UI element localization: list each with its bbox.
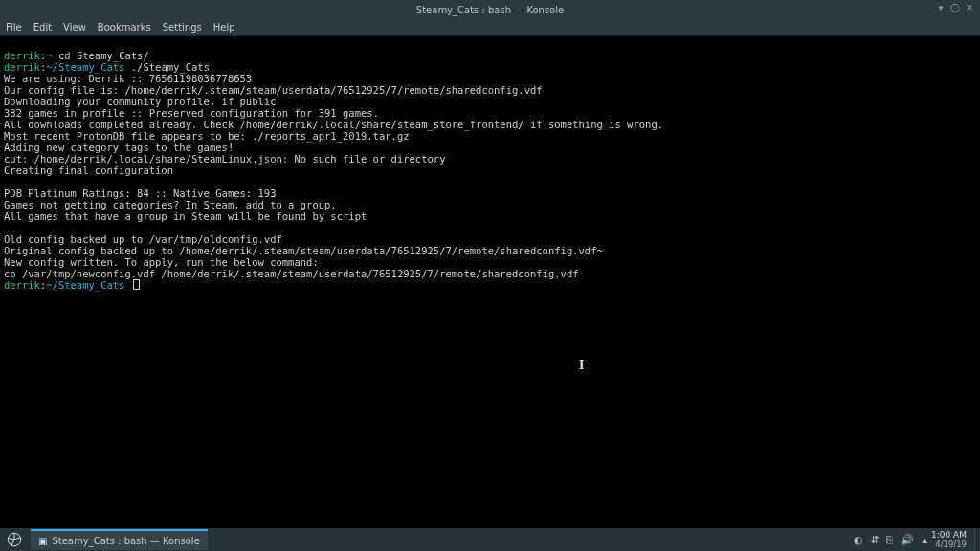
terminal-line: 382 games in profile :: Preserved config… (4, 107, 379, 119)
terminal-line: Games not getting categories? In Steam, … (4, 199, 337, 210)
menubar: File Edit View Bookmarks Settings Help (0, 19, 980, 36)
clock-date: 4/19/19 (931, 540, 967, 549)
prompt-path: ~/Steamy_Cats (46, 61, 124, 73)
menu-file[interactable]: File (6, 22, 22, 33)
window-title: Steamy_Cats : bash — Konsole (416, 5, 564, 15)
steam-icon[interactable]: ◐ (854, 534, 863, 546)
terminal-line: cp /var/tmp/newconfig.vdf /home/derrik/.… (4, 268, 579, 279)
terminal-icon: ▣ (38, 536, 47, 546)
terminal-line: We are using: Derrik :: 7656119803677865… (4, 73, 252, 84)
network-icon[interactable]: ⇵ (870, 534, 879, 546)
terminal-line: Old config backed up to /var/tmp/oldconf… (4, 233, 282, 245)
prompt-cmd: ./Steamy_Cats (131, 61, 210, 73)
text-cursor-icon: I (579, 360, 584, 371)
menu-bookmarks[interactable]: Bookmarks (98, 22, 151, 33)
tray-expand-icon[interactable]: ▴ (922, 534, 927, 546)
terminal-cursor (133, 279, 140, 290)
window-controls: ▾ ◯ ✕ (936, 3, 974, 12)
prompt-user: derrik (4, 50, 40, 61)
terminal-line: Most recent ProtonDB file appears to be:… (4, 130, 410, 142)
volume-icon[interactable]: 🔊 (901, 534, 914, 546)
menu-help[interactable]: Help (213, 22, 235, 33)
terminal-line: All games that have a group in Steam wil… (4, 210, 367, 222)
terminal-line: Creating final configuration (4, 165, 173, 176)
taskbar-task-konsole[interactable]: ▣ Steamy_Cats : bash — Konsole (31, 529, 208, 550)
window-titlebar: Steamy_Cats : bash — Konsole ▾ ◯ ✕ (0, 0, 980, 19)
maximize-icon[interactable]: ◯ (950, 3, 960, 12)
menu-edit[interactable]: Edit (33, 22, 52, 33)
menu-settings[interactable]: Settings (163, 22, 202, 33)
prompt-path: ~/Steamy_Cats (46, 279, 124, 291)
terminal-line: Adding new category tags to the games! (4, 142, 234, 153)
show-desktop-button[interactable] (974, 528, 980, 551)
minimize-icon[interactable]: ▾ (936, 3, 946, 12)
close-icon[interactable]: ✕ (965, 3, 974, 12)
terminal-line: Downloading your community profile, if p… (4, 96, 276, 107)
taskbar-clock[interactable]: 1:00 AM 4/19/19 (931, 530, 974, 549)
clock-time: 1:00 AM (931, 530, 967, 540)
terminal-line: PDB Platinum Ratings: 84 :: Native Games… (4, 187, 276, 199)
app-launcher-button[interactable] (0, 528, 29, 551)
terminal-line: cut: /home/derrik/.local/share/SteamLinu… (4, 153, 445, 165)
terminal-line: Original config backed up to /home/derri… (4, 245, 603, 256)
terminal-pane[interactable]: derrik:~ cd Steamy_Cats/ derrik:~/Steamy… (0, 36, 980, 528)
prompt-user: derrik (4, 279, 40, 291)
system-tray: ◐ ⇵ ⎘ 🔊 ▴ (854, 534, 931, 546)
terminal-line: All downloads completed already. Check /… (4, 119, 663, 130)
clipboard-icon[interactable]: ⎘ (886, 534, 893, 546)
terminal-line: New config written. To apply, run the be… (4, 256, 319, 268)
prompt-user: derrik (4, 61, 40, 73)
terminal-line: Our config file is: /home/derrik/.steam/… (4, 84, 543, 96)
prompt-cmd: cd Steamy_Cats/ (58, 50, 149, 61)
menu-view[interactable]: View (63, 22, 86, 33)
taskbar-task-label: Steamy_Cats : bash — Konsole (52, 536, 199, 546)
taskbar: ▣ Steamy_Cats : bash — Konsole ◐ ⇵ ⎘ 🔊 ▴… (0, 528, 980, 551)
